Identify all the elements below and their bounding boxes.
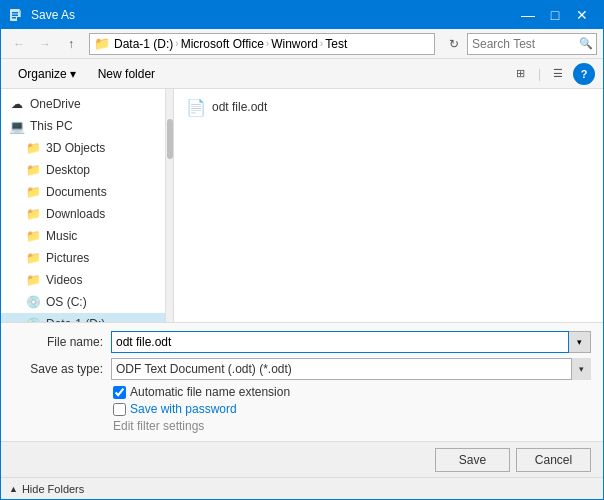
sidebar-item-downloads[interactable]: 📁 Downloads [1,203,165,225]
save-password-checkbox[interactable] [113,403,126,416]
filetype-row: Save as type: ODF Text Document (.odt) (… [13,358,591,380]
hide-folders-label: Hide Folders [22,483,84,495]
crumb-winword[interactable]: Winword [271,37,318,51]
sidebar-item-label: Pictures [46,251,89,265]
close-button[interactable]: ✕ [569,1,595,29]
crumb-test[interactable]: Test [325,37,347,51]
sidebar-item-label: Documents [46,185,107,199]
filename-row: File name: ▾ [13,331,591,353]
auto-extension-checkbox[interactable] [113,386,126,399]
sidebar-item-documents[interactable]: 📁 Documents [1,181,165,203]
new-folder-button[interactable]: New folder [89,63,164,85]
organize-arrow: ▾ [70,67,76,81]
file-icon: 📄 [186,97,206,117]
computer-icon: 💻 [9,118,25,134]
crumb-data1[interactable]: Data-1 (D:) [114,37,173,51]
view-list-button[interactable]: ⊞ [510,63,532,85]
organize-button[interactable]: Organize ▾ [9,63,85,85]
folder-icon: 📁 [25,228,41,244]
address-toolbar: ← → ↑ 📁 Data-1 (D:) › Microsoft Office ›… [1,29,603,59]
sidebar: ☁ OneDrive 💻 This PC 📁 3D Objects 📁 Desk… [1,89,166,322]
save-password-label[interactable]: Save with password [113,402,237,416]
content-area: ☁ OneDrive 💻 This PC 📁 3D Objects 📁 Desk… [1,89,603,322]
drive-icon: 💿 [25,294,41,310]
svg-rect-5 [19,13,23,21]
address-crumb: 📁 Data-1 (D:) › Microsoft Office › Winwo… [94,36,347,51]
filter-settings-label: Edit filter settings [113,419,204,433]
sidebar-item-thispc[interactable]: 💻 This PC [1,115,165,137]
maximize-button[interactable]: □ [542,1,568,29]
sidebar-item-label: OneDrive [30,97,81,111]
sidebar-item-music[interactable]: 📁 Music [1,225,165,247]
auto-extension-row: Automatic file name extension [113,385,591,399]
sidebar-item-pictures[interactable]: 📁 Pictures [1,247,165,269]
up-button[interactable]: ↑ [59,33,83,55]
organize-label: Organize [18,67,67,81]
save-password-link[interactable]: Save with password [130,402,237,416]
main-toolbar: Organize ▾ New folder ⊞ | ☰ ? [1,59,603,89]
triangle-icon: ▲ [9,484,18,494]
file-name: odt file.odt [212,100,267,114]
sidebar-item-label: This PC [30,119,73,133]
sidebar-item-3dobjects[interactable]: 📁 3D Objects [1,137,165,159]
file-item[interactable]: 📄 odt file.odt [174,93,603,121]
sidebar-item-data1d[interactable]: 💿 Data-1 (D:) [1,313,165,322]
filename-label: File name: [13,335,103,349]
folder-icon: 📁 [25,250,41,266]
sidebar-item-label: Music [46,229,77,243]
window-title: Save As [31,8,515,22]
svg-rect-2 [12,15,18,17]
svg-marker-4 [19,9,23,13]
search-input[interactable] [468,37,576,51]
title-bar: Save As — □ ✕ [1,1,603,29]
sidebar-item-label: OS (C:) [46,295,87,309]
sidebar-item-desktop[interactable]: 📁 Desktop [1,159,165,181]
svg-rect-1 [12,12,18,14]
crumb-msoffice[interactable]: Microsoft Office [181,37,264,51]
folder-icon: 📁 [25,184,41,200]
cancel-button[interactable]: Cancel [516,448,591,472]
help-button[interactable]: ? [573,63,595,85]
back-button[interactable]: ← [7,33,31,55]
onedrive-icon: ☁ [9,96,25,112]
search-box: 🔍 [467,33,597,55]
sidebar-item-onedrive[interactable]: ☁ OneDrive [1,93,165,115]
refresh-button[interactable]: ↻ [443,33,465,55]
status-bar: ▲ Hide Folders [1,477,603,499]
folder-icon: 📁 [25,140,41,156]
save-button[interactable]: Save [435,448,510,472]
sidebar-scrollbar[interactable] [166,89,174,322]
sidebar-item-videos[interactable]: 📁 Videos [1,269,165,291]
minimize-button[interactable]: — [515,1,541,29]
hide-folders-button[interactable]: ▲ Hide Folders [9,483,84,495]
folder-icon: 📁 [25,272,41,288]
folder-icon: 📁 [25,162,41,178]
save-as-window: Save As — □ ✕ ← → ↑ 📁 Data-1 (D:) › Micr… [0,0,604,500]
sidebar-item-label: Videos [46,273,82,287]
forward-button[interactable]: → [33,33,57,55]
view-details-button[interactable]: ☰ [547,63,569,85]
file-area: 📄 odt file.odt [174,89,603,322]
bottom-panel: File name: ▾ Save as type: ODF Text Docu… [1,322,603,441]
bottom-buttons: Save Cancel [1,441,603,477]
sidebar-item-label: Downloads [46,207,105,221]
filetype-select[interactable]: ODF Text Document (.odt) (*.odt) [111,358,591,380]
filetype-label: Save as type: [13,362,103,376]
filetype-select-wrapper: ODF Text Document (.odt) (*.odt) ▾ [111,358,591,380]
save-password-row: Save with password [113,402,591,416]
sidebar-item-osc[interactable]: 💿 OS (C:) [1,291,165,313]
auto-extension-label[interactable]: Automatic file name extension [113,385,290,399]
search-button[interactable]: 🔍 [576,33,596,55]
window-icon [9,7,25,23]
address-bar[interactable]: 📁 Data-1 (D:) › Microsoft Office › Winwo… [89,33,435,55]
filter-settings: Edit filter settings [113,419,591,433]
filename-dropdown-arrow[interactable]: ▾ [569,331,591,353]
title-controls: — □ ✕ [515,1,595,29]
sidebar-item-label: Desktop [46,163,90,177]
new-folder-label: New folder [98,67,155,81]
filename-input[interactable] [111,331,569,353]
svg-rect-3 [12,17,16,19]
sidebar-item-label: 3D Objects [46,141,105,155]
folder-icon: 📁 [25,206,41,222]
